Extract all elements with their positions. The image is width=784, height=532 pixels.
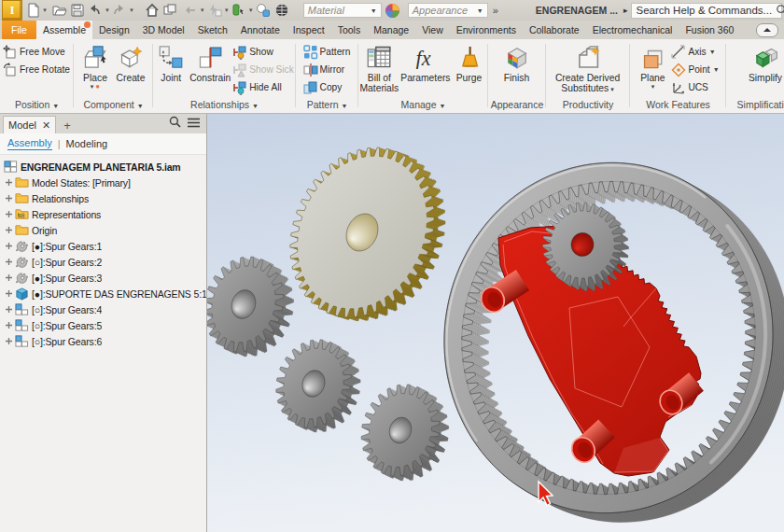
tree-item[interactable]: [●]:SUPORTE DAS ENGRENAGENS 5:1	[0, 286, 206, 301]
new-document-icon[interactable]	[25, 3, 41, 19]
button-copy[interactable]: Copy	[302, 78, 352, 96]
appearance-wheel-icon[interactable]	[385, 3, 400, 19]
tree-item[interactable]: [○]:Spur Gears:6	[0, 333, 206, 349]
tab-collaborate[interactable]: Collaborate	[523, 21, 586, 39]
tree-item[interactable]: [○]:Spur Gears:5	[0, 317, 206, 333]
tree-item[interactable]: [○]:Spur Gears:2	[0, 254, 206, 270]
qat-overflow-icon[interactable]: »	[493, 5, 498, 16]
switch-select-icon[interactable]	[256, 3, 272, 19]
tab-fusion-360[interactable]: Fusion 360	[679, 21, 740, 39]
appearance-combo[interactable]: Appearance▼	[408, 3, 488, 18]
button-hide-all[interactable]: Hide All	[231, 78, 295, 96]
undo-dropdown-icon[interactable]: ▼	[105, 7, 110, 13]
redo-icon[interactable]	[112, 3, 128, 19]
expand-plus-icon[interactable]	[5, 210, 13, 218]
tree-item[interactable]: [●]:Spur Gears:1	[0, 238, 206, 254]
expand-plus-icon[interactable]	[5, 273, 13, 282]
tree-item[interactable]: [●]:Spur Gears:3	[0, 270, 206, 286]
button-point[interactable]: Point▼	[670, 61, 720, 78]
group-label[interactable]: Manage ▼	[358, 99, 488, 110]
button-show-sick[interactable]: Show Sick	[231, 61, 295, 78]
group-label[interactable]: Relationships ▼	[153, 99, 296, 110]
button-ucs[interactable]: UCS	[670, 78, 720, 96]
group-label[interactable]: Appearance	[488, 99, 546, 110]
button-parameters[interactable]: fxParameters	[399, 41, 451, 97]
expand-plus-icon[interactable]	[5, 178, 13, 187]
expand-plus-icon[interactable]	[5, 289, 13, 298]
tab-design[interactable]: Design	[92, 21, 136, 39]
redo-dropdown-icon[interactable]: ▼	[129, 7, 134, 13]
button-show[interactable]: Show	[231, 43, 295, 61]
button-purge[interactable]: Purge	[452, 41, 487, 97]
home-icon[interactable]	[145, 3, 161, 19]
title-expand-icon[interactable]: ▸	[623, 6, 628, 15]
close-icon[interactable]: ✕	[42, 119, 50, 132]
button-finish[interactable]: Finish	[499, 41, 535, 97]
group-label[interactable]: Component ▼	[74, 99, 153, 110]
search-input[interactable]: Search Help & Commands...	[631, 3, 782, 19]
tree-item[interactable]: ENGRENAGEM PLANETARIA 5.iam	[0, 159, 206, 175]
tab-sketch[interactable]: Sketch	[191, 21, 234, 39]
button-constrain[interactable]: Constrain	[189, 41, 231, 97]
tab-tools[interactable]: Tools	[331, 21, 368, 39]
button-joint[interactable]: Joint	[153, 41, 189, 97]
tab-3d-model[interactable]: 3D Model	[136, 21, 191, 39]
group-label[interactable]: Pattern ▼	[296, 99, 358, 110]
add-browser-tab-button[interactable]: +	[63, 119, 71, 133]
material-combo[interactable]: Material▼	[303, 3, 382, 18]
tree-item[interactable]: Relationships	[0, 190, 206, 206]
button-create-derived-substitutes[interactable]: Create Derived Substitutes ▾	[554, 41, 621, 97]
group-label[interactable]: Work Features	[630, 99, 726, 110]
select-tool-dropdown-icon[interactable]: ▼	[248, 7, 254, 13]
expand-plus-icon[interactable]	[5, 242, 13, 250]
tab-view[interactable]: View	[415, 21, 450, 39]
button-bill-of-materials[interactable]: Bill of Materials	[358, 41, 399, 97]
tree-item[interactable]: Origin	[0, 222, 206, 238]
subtab-assembly[interactable]: Assembly	[7, 137, 52, 150]
tab-file[interactable]: File	[2, 21, 36, 39]
tab-assemble[interactable]: Assemble	[36, 21, 92, 39]
inventor-logo[interactable]: I	[2, 0, 22, 21]
tree-item[interactable]: Representations	[0, 206, 206, 222]
button-create[interactable]: Create	[113, 41, 148, 97]
new-document-dropdown-icon[interactable]: ▼	[42, 7, 48, 13]
expand-plus-icon[interactable]	[5, 337, 13, 345]
browser-tab-model[interactable]: Model ✕	[3, 116, 56, 133]
tree-item[interactable]: [○]:Spur Gears:4	[0, 301, 206, 317]
button-axis[interactable]: Axis▼	[670, 43, 720, 61]
group-label[interactable]: Simplification	[726, 99, 784, 110]
button-plane[interactable]: Plane▾	[635, 41, 670, 97]
expand-plus-icon[interactable]	[5, 258, 13, 266]
back-dropdown-icon[interactable]: ▼	[200, 7, 205, 13]
tab-environments[interactable]: Environments	[450, 21, 523, 39]
tab-manage[interactable]: Manage	[367, 21, 415, 39]
ribbon-collapse-button[interactable]	[756, 23, 778, 37]
browser-menu-icon[interactable]	[188, 115, 200, 132]
select-tool-icon[interactable]	[231, 3, 247, 19]
back-icon[interactable]	[183, 3, 199, 19]
undo-icon[interactable]	[88, 3, 104, 19]
tree-item[interactable]: Model States: [Primary]	[0, 175, 206, 190]
tab-annotate[interactable]: Annotate	[234, 21, 287, 39]
chevron-down-icon[interactable]: ▼	[709, 49, 716, 55]
open-icon[interactable]	[52, 3, 68, 19]
project-switch-icon[interactable]	[162, 3, 178, 19]
material-sphere-icon[interactable]	[274, 3, 290, 19]
update-icon[interactable]	[207, 3, 223, 19]
chevron-down-icon[interactable]: ▼	[713, 66, 720, 73]
expand-plus-icon[interactable]	[5, 226, 13, 234]
button-place[interactable]: Place▾ ●	[77, 41, 113, 97]
tab-inspect[interactable]: Inspect	[287, 21, 331, 39]
button-pattern[interactable]: Pattern	[302, 43, 352, 61]
button-mirror[interactable]: Mirror	[302, 61, 352, 78]
expand-plus-icon[interactable]	[5, 305, 13, 314]
viewport-3d[interactable]	[207, 114, 784, 532]
button-simplify[interactable]: Simplify	[748, 41, 783, 97]
save-icon[interactable]	[70, 3, 86, 19]
group-label[interactable]: Position ▼	[0, 99, 74, 110]
expand-plus-icon[interactable]	[5, 321, 13, 329]
tab-electromechanical[interactable]: Electromechanical	[586, 21, 679, 39]
expand-plus-icon[interactable]	[5, 194, 13, 203]
update-dropdown-icon[interactable]: ▼	[224, 7, 230, 13]
button-free-move[interactable]: Free Move	[2, 43, 71, 61]
